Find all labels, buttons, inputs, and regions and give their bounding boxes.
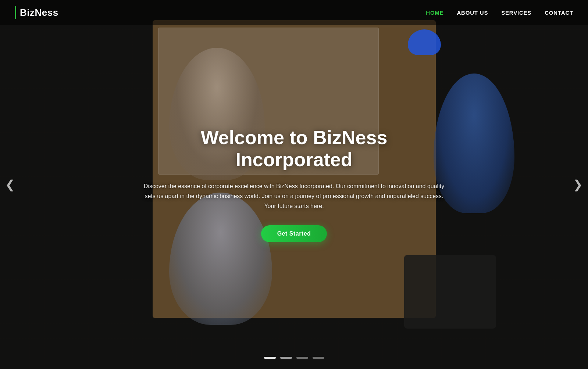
hero-content: Welcome to BizNess Incorporated Discover… <box>129 127 460 242</box>
slider-next-arrow[interactable]: ❯ <box>570 174 586 195</box>
hero-title: Welcome to BizNess Incorporated <box>143 127 445 171</box>
hero-section: BizNess HOME ABOUT US SERVICES CONTACT W… <box>0 0 588 369</box>
dot-1[interactable] <box>264 357 276 359</box>
brand-bar <box>15 6 16 19</box>
slider-prev-arrow[interactable]: ❮ <box>2 174 18 195</box>
slider-dots <box>264 357 324 359</box>
dot-4[interactable] <box>313 357 324 359</box>
dot-2[interactable] <box>280 357 292 359</box>
brand-name: BizNess <box>20 7 58 18</box>
navbar: BizNess HOME ABOUT US SERVICES CONTACT <box>0 0 588 25</box>
get-started-button[interactable]: Get Started <box>261 225 327 242</box>
nav-link-services[interactable]: SERVICES <box>501 10 531 16</box>
dot-3[interactable] <box>296 357 308 359</box>
nav-links: HOME ABOUT US SERVICES CONTACT <box>426 10 573 16</box>
laptop-element <box>404 255 496 329</box>
brand[interactable]: BizNess <box>15 6 58 19</box>
nav-link-home[interactable]: HOME <box>426 10 443 16</box>
nav-link-contact[interactable]: CONTACT <box>545 10 573 16</box>
nav-link-about[interactable]: ABOUT US <box>457 10 488 16</box>
hero-subtitle: Discover the essence of corporate excell… <box>143 181 445 211</box>
